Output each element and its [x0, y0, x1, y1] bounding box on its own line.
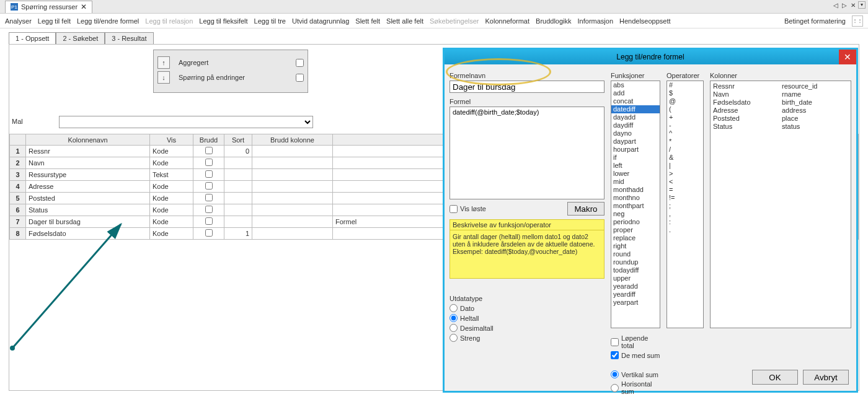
- mal-select[interactable]: [59, 116, 313, 128]
- kolonne-item[interactable]: Adresseaddress: [712, 107, 849, 115]
- operator-item[interactable]: &: [667, 154, 703, 162]
- funksjon-item[interactable]: if: [611, 154, 660, 162]
- cell-brudd[interactable]: [193, 169, 224, 181]
- operator-item[interactable]: ,: [667, 210, 703, 218]
- funksjon-item[interactable]: dayadd: [611, 113, 660, 121]
- kolonne-item[interactable]: Poststedplace: [712, 115, 849, 123]
- utdatatype-desimaltall-radio[interactable]: [450, 324, 458, 332]
- funksjon-item[interactable]: round: [611, 250, 660, 258]
- brudd-checkbox[interactable]: [205, 194, 213, 201]
- funksjoner-listbox[interactable]: absaddconcatdatediffdayadddaydiffdaynoda…: [611, 81, 660, 328]
- brudd-checkbox[interactable]: [205, 170, 213, 178]
- funksjon-item[interactable]: todaydiff: [611, 266, 660, 274]
- funksjon-item[interactable]: hourpart: [611, 146, 660, 154]
- visloste-checkbox[interactable]: [450, 205, 458, 213]
- tab-sokebet[interactable]: 2 - Søkebet: [56, 32, 105, 44]
- funksjon-item[interactable]: proper: [611, 226, 660, 234]
- cell-vis[interactable]: Kode: [150, 157, 193, 169]
- funksjon-item[interactable]: left: [611, 162, 660, 170]
- horisontal-radio[interactable]: [611, 384, 619, 392]
- dialog-titlebar[interactable]: Legg til/endre formel ✕: [445, 50, 856, 64]
- cell-brudd[interactable]: [193, 157, 224, 169]
- operator-item[interactable]: -: [667, 121, 703, 129]
- operator-item[interactable]: $: [667, 89, 703, 97]
- operator-item[interactable]: =: [667, 186, 703, 194]
- menu-bruddlogikk[interactable]: Bruddlogikk: [536, 17, 571, 25]
- nav-next-icon[interactable]: ▷: [841, 2, 848, 9]
- cell-bruddkolonne[interactable]: [252, 157, 333, 169]
- formel-textarea[interactable]: datediff(@birth_date;$today): [450, 107, 604, 199]
- grid-header-vis[interactable]: Vis: [150, 134, 193, 146]
- operator-item[interactable]: ^: [667, 129, 703, 137]
- utdatatype-dato-radio[interactable]: [450, 304, 458, 312]
- operator-item[interactable]: !=: [667, 194, 703, 202]
- funksjon-item[interactable]: neg: [611, 210, 660, 218]
- funksjon-item[interactable]: add: [611, 89, 660, 97]
- menu-hendelseoppsett[interactable]: Hendelseoppsett: [619, 17, 671, 25]
- funksjon-item[interactable]: right: [611, 242, 660, 250]
- kolonne-item[interactable]: Navnrname: [712, 90, 849, 98]
- cell-kolonnenavn[interactable]: Navn: [26, 157, 150, 169]
- cell-bruddkolonne[interactable]: [252, 169, 333, 181]
- operator-item[interactable]: /: [667, 146, 703, 154]
- grid-header-brudd[interactable]: Brudd: [193, 134, 224, 146]
- dialog-close-button[interactable]: ✕: [839, 50, 856, 64]
- endringer-checkbox[interactable]: [296, 74, 304, 82]
- funksjon-item[interactable]: dayno: [611, 129, 660, 137]
- cell-sort[interactable]: 1: [224, 228, 252, 240]
- cell-bruddkolonne[interactable]: [252, 146, 333, 157]
- menu-betinget-formatering[interactable]: Betinget formatering: [784, 17, 846, 25]
- grid-header-bruddkolonne[interactable]: Brudd kolonne: [252, 134, 333, 146]
- tab-oppsett[interactable]: 1 - Oppsett: [9, 32, 56, 44]
- menu-informasjon[interactable]: Informasjon: [578, 17, 613, 25]
- brudd-checkbox[interactable]: [205, 217, 213, 225]
- operator-item[interactable]: |: [667, 162, 703, 170]
- menu-slett-alle-felt[interactable]: Slett alle felt: [386, 17, 423, 25]
- cell-kolonnenavn[interactable]: Adresse: [26, 181, 150, 193]
- cell-sort[interactable]: [224, 181, 252, 193]
- kolonner-listbox[interactable]: Ressnrresource_idNavnrnameFødselsdatobir…: [710, 81, 851, 328]
- operator-item[interactable]: #: [667, 81, 703, 89]
- cell-vis[interactable]: Kode: [150, 228, 193, 240]
- cell-sort[interactable]: [224, 193, 252, 204]
- menu-analyser[interactable]: Analyser: [5, 17, 32, 25]
- funksjon-item[interactable]: yeardiff: [611, 290, 660, 299]
- ok-button[interactable]: OK: [752, 370, 798, 385]
- pin-icon[interactable]: ✕: [849, 2, 857, 9]
- dropdown-icon[interactable]: ▾: [858, 1, 866, 9]
- operator-item[interactable]: ;: [667, 202, 703, 210]
- cell-vis[interactable]: Kode: [150, 146, 193, 157]
- cell-brudd[interactable]: [193, 228, 224, 240]
- vertikal-radio[interactable]: [611, 370, 619, 378]
- demedsum-checkbox[interactable]: [611, 351, 619, 359]
- operator-item[interactable]: >: [667, 170, 703, 178]
- cell-vis[interactable]: Kode: [150, 216, 193, 228]
- operator-item[interactable]: @: [667, 97, 703, 105]
- cell-bruddkolonne[interactable]: [252, 204, 333, 216]
- menu-kolonneformat[interactable]: Kolonneformat: [485, 17, 530, 25]
- funksjon-item[interactable]: datediff: [611, 105, 660, 113]
- brudd-checkbox[interactable]: [205, 206, 213, 213]
- funksjon-item[interactable]: upper: [611, 274, 660, 282]
- move-up-button[interactable]: ↑: [157, 56, 170, 69]
- cell-brudd[interactable]: [193, 204, 224, 216]
- cell-bruddkolonne[interactable]: [252, 181, 333, 193]
- cell-brudd[interactable]: [193, 146, 224, 157]
- cell-vis[interactable]: Tekst: [150, 169, 193, 181]
- cell-kolonnenavn[interactable]: Fødselsdato: [26, 228, 150, 240]
- cell-sort[interactable]: [224, 157, 252, 169]
- makro-button[interactable]: Makro: [567, 202, 604, 216]
- operator-item[interactable]: .: [667, 226, 703, 234]
- aggregert-checkbox[interactable]: [296, 59, 304, 67]
- funksjon-item[interactable]: lower: [611, 170, 660, 178]
- brudd-checkbox[interactable]: [205, 182, 213, 190]
- document-tab[interactable]: P1 Spørring ressurser ✕: [5, 1, 92, 13]
- operator-item[interactable]: (: [667, 105, 703, 113]
- cell-bruddkolonne[interactable]: [252, 193, 333, 204]
- cell-kolonnenavn[interactable]: Dager til bursdag: [26, 216, 150, 228]
- operator-item[interactable]: :: [667, 218, 703, 226]
- funksjon-item[interactable]: concat: [611, 97, 660, 105]
- cell-bruddkolonne[interactable]: [252, 228, 333, 240]
- close-icon[interactable]: ✕: [81, 2, 87, 11]
- cell-kolonnenavn[interactable]: Ressurstype: [26, 169, 150, 181]
